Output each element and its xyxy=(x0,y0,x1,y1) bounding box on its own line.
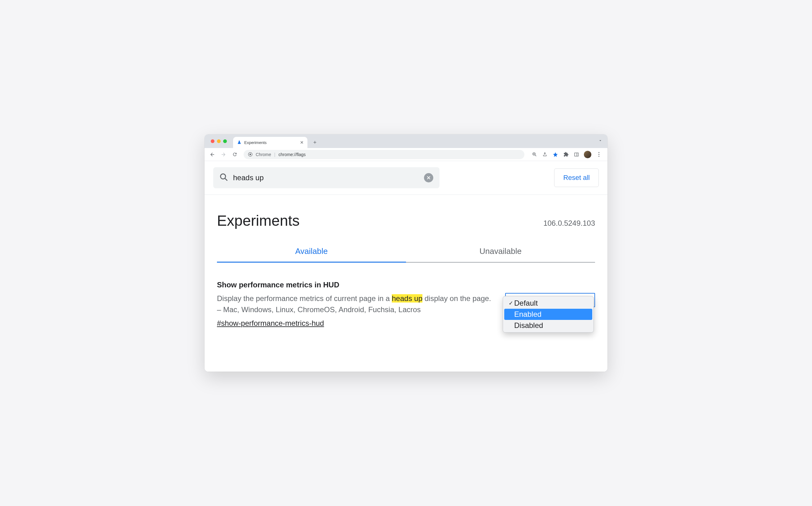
menu-button[interactable] xyxy=(596,151,602,158)
dropdown-option-disabled[interactable]: Disabled xyxy=(504,320,592,331)
extensions-icon[interactable] xyxy=(563,151,569,158)
reset-all-button[interactable]: Reset all xyxy=(554,168,599,187)
tab-list-button[interactable] xyxy=(598,139,602,144)
bookmark-star-icon[interactable] xyxy=(552,151,559,158)
flag-title: Show performance metrics in HUD xyxy=(217,280,493,289)
flag-item: Show performance metrics in HUD Display … xyxy=(205,263,607,340)
share-icon[interactable] xyxy=(542,151,548,158)
browser-tab[interactable]: Experiments ✕ xyxy=(233,137,307,148)
flag-desc-before: Display the performance metrics of curre… xyxy=(217,294,392,303)
chrome-icon xyxy=(248,152,252,157)
toolbar-actions xyxy=(529,151,604,158)
window-controls xyxy=(208,135,230,148)
back-button[interactable] xyxy=(208,150,217,159)
svg-point-8 xyxy=(221,174,226,179)
forward-button[interactable] xyxy=(219,150,228,159)
option-label: Default xyxy=(514,299,538,308)
search-bar-row: Reset all xyxy=(205,161,607,195)
browser-window: Experiments ✕ + Chrome | chrome://flags xyxy=(205,135,607,371)
omnibox-url: chrome://flags xyxy=(278,152,306,157)
page-title: Experiments xyxy=(217,212,300,229)
new-tab-button[interactable]: + xyxy=(310,138,319,147)
search-input[interactable] xyxy=(233,173,419,182)
option-label: Enabled xyxy=(514,310,541,319)
svg-line-9 xyxy=(225,179,227,180)
flag-hash-link[interactable]: #show-performance-metrics-hud xyxy=(217,319,324,327)
flag-description: Display the performance metrics of curre… xyxy=(217,293,493,315)
tab-title: Experiments xyxy=(244,140,298,145)
version-label: 106.0.5249.103 xyxy=(543,219,595,228)
svg-line-3 xyxy=(535,155,536,156)
header-row: Experiments 106.0.5249.103 xyxy=(205,195,607,229)
dropdown-option-default[interactable]: Default xyxy=(504,298,592,309)
search-highlight: heads up xyxy=(392,294,423,303)
search-box xyxy=(213,167,439,188)
sidepanel-icon[interactable] xyxy=(573,151,580,158)
tab-strip: Experiments ✕ + xyxy=(205,135,607,148)
check-icon xyxy=(509,300,514,307)
flag-select[interactable]: Default Enabled Disabled xyxy=(505,293,595,328)
svg-point-1 xyxy=(249,154,251,155)
dropdown-popup: Default Enabled Disabled xyxy=(503,296,594,333)
tab-unavailable[interactable]: Unavailable xyxy=(406,247,595,263)
tab-close-button[interactable]: ✕ xyxy=(300,140,304,145)
window-maximize-button[interactable] xyxy=(223,139,227,143)
clear-search-button[interactable] xyxy=(424,173,433,182)
option-label: Disabled xyxy=(514,321,543,330)
zoom-icon[interactable] xyxy=(531,151,537,158)
flask-icon xyxy=(237,140,242,145)
toolbar: Chrome | chrome://flags xyxy=(205,148,607,161)
window-close-button[interactable] xyxy=(211,139,214,143)
page-content: Reset all Experiments 106.0.5249.103 Ava… xyxy=(205,161,607,371)
svg-rect-6 xyxy=(575,153,578,156)
window-minimize-button[interactable] xyxy=(217,139,221,143)
omnibox-prefix: Chrome xyxy=(256,152,271,157)
flag-text: Show performance metrics in HUD Display … xyxy=(217,280,493,328)
tab-available[interactable]: Available xyxy=(217,247,406,263)
address-bar[interactable]: Chrome | chrome://flags xyxy=(244,150,524,159)
tabs-row: Available Unavailable xyxy=(217,247,595,263)
search-icon xyxy=(219,173,228,183)
dropdown-option-enabled[interactable]: Enabled xyxy=(504,309,592,320)
profile-avatar[interactable] xyxy=(584,151,591,158)
omnibox-separator: | xyxy=(274,152,276,157)
reload-button[interactable] xyxy=(230,150,239,159)
